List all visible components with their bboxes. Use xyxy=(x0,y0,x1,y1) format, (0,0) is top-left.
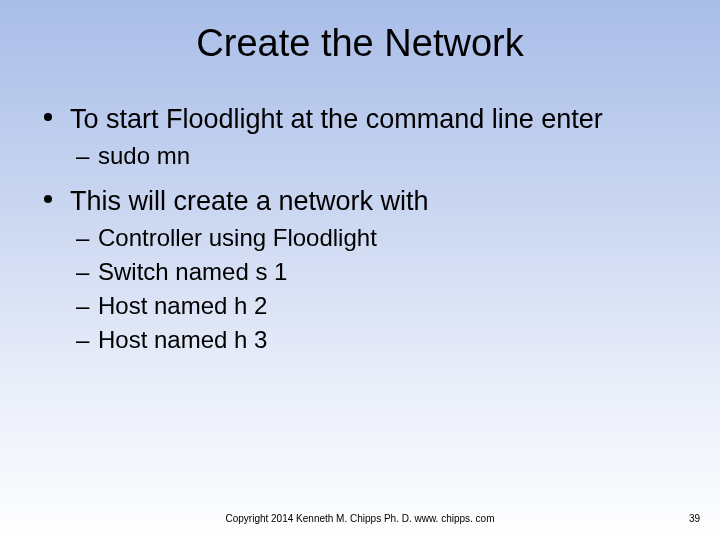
page-number: 39 xyxy=(689,513,700,524)
bullet-level2: – Host named h 3 xyxy=(40,325,680,355)
bullet-text: Switch named s 1 xyxy=(98,258,287,285)
bullet-text: Host named h 3 xyxy=(98,326,267,353)
bullet-level2: – Controller using Floodlight xyxy=(40,223,680,253)
dash-icon: – xyxy=(76,141,89,171)
dash-icon: – xyxy=(76,291,89,321)
bullet-level1: This will create a network with xyxy=(40,185,680,219)
bullet-text: To start Floodlight at the command line … xyxy=(70,104,603,134)
dash-icon: – xyxy=(76,257,89,287)
dash-icon: – xyxy=(76,223,89,253)
bullet-text: sudo mn xyxy=(98,142,190,169)
bullet-level2: – Host named h 2 xyxy=(40,291,680,321)
bullet-text: This will create a network with xyxy=(70,186,429,216)
bullet-level1: To start Floodlight at the command line … xyxy=(40,103,680,137)
bullet-text: Host named h 2 xyxy=(98,292,267,319)
slide-title: Create the Network xyxy=(0,0,720,65)
bullet-text: Controller using Floodlight xyxy=(98,224,377,251)
bullet-icon xyxy=(44,195,52,203)
bullet-level2: – sudo mn xyxy=(40,141,680,171)
slide: Create the Network To start Floodlight a… xyxy=(0,0,720,540)
slide-body: To start Floodlight at the command line … xyxy=(0,65,720,355)
dash-icon: – xyxy=(76,325,89,355)
bullet-icon xyxy=(44,113,52,121)
bullet-level2: – Switch named s 1 xyxy=(40,257,680,287)
footer-copyright: Copyright 2014 Kenneth M. Chipps Ph. D. … xyxy=(0,513,720,524)
